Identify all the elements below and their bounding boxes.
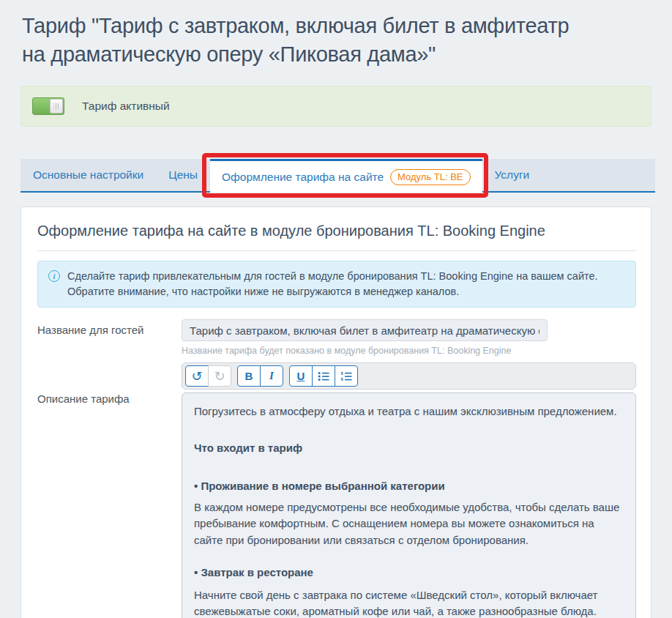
- tab-site-appearance-label: Оформление тарифа на сайте: [222, 171, 384, 184]
- ordered-list-button[interactable]: [335, 365, 358, 387]
- underline-button[interactable]: U: [289, 365, 313, 387]
- undo-button[interactable]: ↺: [185, 365, 209, 387]
- guest-name-label: Название для гостей: [37, 319, 182, 356]
- description-paragraph: • Завтрак в ресторане: [194, 565, 624, 581]
- status-banner-label: Тариф активный: [82, 100, 170, 113]
- description-paragraph: • Проживание в номере выбранной категори…: [194, 478, 624, 495]
- italic-button[interactable]: I: [260, 365, 283, 387]
- editor-toolbar: ↺ ↻ B I U: [182, 362, 636, 390]
- unordered-list-button[interactable]: [312, 365, 335, 387]
- numbered-list-icon: [340, 371, 352, 381]
- redo-button[interactable]: ↻: [208, 365, 231, 387]
- description-label: Описание тарифа: [37, 356, 182, 618]
- tab-site-appearance[interactable]: Оформление тарифа на сайте Модуль TL: BE: [210, 159, 482, 193]
- page-title: Тариф "Тариф с завтраком, включая билет …: [0, 0, 615, 69]
- description-paragraph: Что входит в тариф: [194, 440, 624, 457]
- description-paragraph: Начните свой день с завтрака по системе …: [194, 587, 624, 618]
- info-box: Сделайте тариф привлекательным для госте…: [37, 261, 636, 308]
- tab-services[interactable]: Услуги: [482, 159, 542, 191]
- tab-content-panel: Оформление тарифа на сайте в модуле брон…: [20, 206, 652, 618]
- description-paragraph: В каждом номере предусмотрены все необхо…: [194, 499, 624, 549]
- bold-button[interactable]: B: [237, 365, 261, 387]
- info-text: Сделайте тариф привлекательным для госте…: [67, 269, 598, 299]
- status-banner: Тариф активный: [20, 86, 652, 127]
- description-paragraph: Погрузитесь в атмосферу отдыха и театра …: [194, 403, 624, 420]
- guest-name-helper: Название тарифа будет показано в модуле …: [182, 346, 636, 356]
- module-tl-be-badge: Модуль TL: BE: [390, 169, 470, 185]
- guest-name-input[interactable]: [182, 319, 548, 341]
- description-row: Описание тарифа ↺ ↻ B I U: [37, 356, 636, 618]
- tariff-active-toggle[interactable]: [32, 97, 64, 115]
- toggle-handle-icon: [50, 99, 63, 113]
- info-circle-icon: [48, 270, 60, 282]
- section-heading: Оформление тарифа на сайте в модуле брон…: [37, 221, 636, 240]
- bullet-list-icon: [318, 371, 329, 381]
- tab-main-settings[interactable]: Основные настройки: [20, 159, 156, 191]
- tab-prices[interactable]: Цены: [156, 159, 210, 191]
- description-editor[interactable]: Погрузитесь в атмосферу отдыха и театра …: [182, 392, 636, 618]
- guest-name-row: Название для гостей Название тарифа буде…: [37, 319, 636, 356]
- divider: [37, 250, 636, 251]
- tab-bar: Основные настройки Цены Оформление тариф…: [20, 159, 655, 193]
